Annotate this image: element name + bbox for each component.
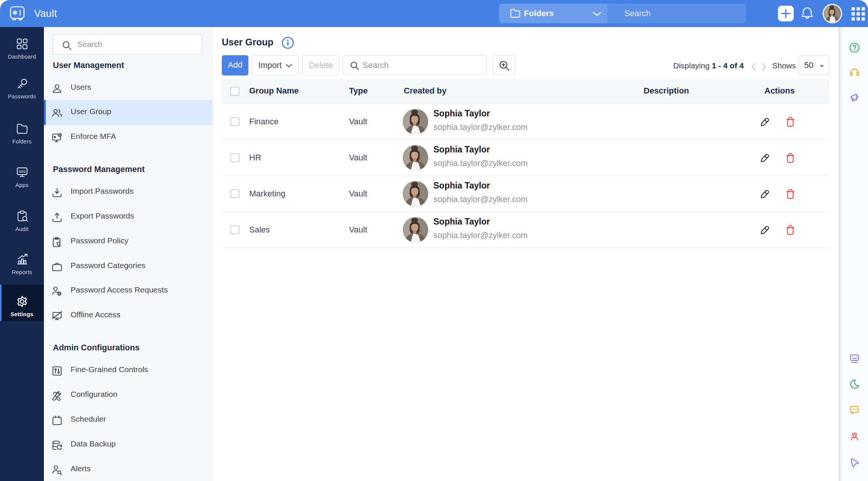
svg-text:SSO: SSO [18, 170, 26, 173]
